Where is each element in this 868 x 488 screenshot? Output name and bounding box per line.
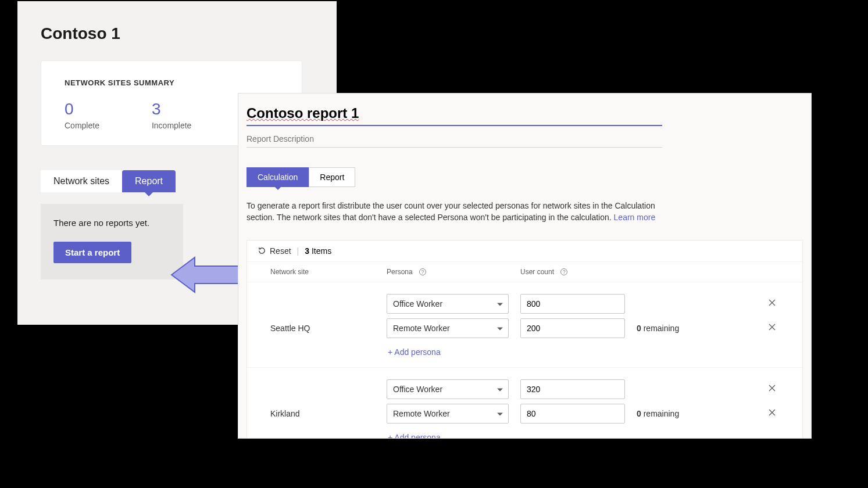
- col-network-site: Network site: [270, 268, 387, 276]
- close-icon: [768, 299, 776, 307]
- tab-report[interactable]: Report: [122, 170, 176, 192]
- page-title: Contoso 1: [41, 24, 325, 43]
- info-icon[interactable]: ?: [560, 268, 567, 275]
- persona-row: Seattle HQ0 remaining: [247, 316, 802, 340]
- toolbar-divider: |: [297, 246, 299, 256]
- report-detail-panel: Calculation Report To generate a report …: [238, 93, 812, 439]
- tab-network-sites[interactable]: Network sites: [41, 170, 122, 192]
- add-persona-row: + Add persona: [247, 426, 802, 439]
- persona-select[interactable]: [387, 294, 509, 314]
- incomplete-label: Incomplete: [152, 121, 191, 130]
- calculation-info-text: To generate a report first distribute th…: [247, 200, 677, 224]
- no-reports-text: There are no reports yet.: [53, 218, 170, 228]
- add-persona-button[interactable]: + Add persona: [387, 433, 520, 439]
- stat-complete: 0 Complete: [65, 101, 99, 130]
- report-empty-pane: There are no reports yet. Start a report: [41, 204, 183, 279]
- col-persona: Persona ?: [387, 268, 520, 276]
- persona-row: Kirkland0 remaining: [247, 401, 802, 426]
- complete-count: 0: [65, 101, 99, 117]
- persona-select[interactable]: [387, 404, 509, 424]
- close-icon: [768, 323, 776, 331]
- info-icon[interactable]: ?: [419, 268, 426, 275]
- table-toolbar: Reset | 3 Items: [247, 241, 802, 262]
- table-header-row: Network site Persona ? User count ?: [247, 262, 802, 282]
- user-count-input[interactable]: [520, 294, 625, 314]
- remove-row-button[interactable]: [768, 323, 776, 333]
- site-group: Kirkland0 remaining+ Add persona: [247, 368, 802, 439]
- col-user-count: User count ?: [520, 268, 637, 276]
- items-count: 3 Items: [305, 246, 331, 256]
- learn-more-link[interactable]: Learn more: [614, 213, 656, 222]
- add-persona-row: + Add persona: [247, 340, 802, 359]
- site-group: Seattle HQ0 remaining+ Add persona: [247, 282, 802, 368]
- remaining-text: 0 remaining: [637, 409, 741, 418]
- persona-select[interactable]: [387, 379, 509, 399]
- site-name: Kirkland: [270, 409, 387, 418]
- close-icon: [768, 384, 776, 392]
- summary-heading: NETWORK SITES SUMMARY: [65, 78, 278, 87]
- complete-label: Complete: [65, 121, 99, 130]
- tab-report-view[interactable]: Report: [309, 167, 355, 187]
- add-persona-button[interactable]: + Add persona: [387, 347, 520, 357]
- start-report-button[interactable]: Start a report: [53, 242, 131, 263]
- report-name-input[interactable]: [247, 104, 662, 126]
- user-count-input[interactable]: [520, 318, 625, 338]
- remove-row-button[interactable]: [768, 299, 776, 308]
- reset-icon: [258, 246, 266, 255]
- user-count-input[interactable]: [520, 379, 625, 399]
- calculation-table: Reset | 3 Items Network site Persona ? U…: [247, 240, 803, 439]
- remove-row-button[interactable]: [768, 384, 776, 394]
- remaining-text: 0 remaining: [637, 324, 741, 333]
- report-description-input[interactable]: [247, 126, 662, 148]
- user-count-input[interactable]: [520, 404, 625, 424]
- remove-row-button[interactable]: [768, 408, 776, 418]
- report-tabs: Calculation Report: [247, 167, 803, 187]
- site-name: Seattle HQ: [270, 324, 387, 333]
- persona-row: [247, 292, 802, 316]
- stat-incomplete: 3 Incomplete: [152, 101, 191, 130]
- close-icon: [768, 408, 776, 417]
- reset-button[interactable]: Reset: [258, 246, 291, 256]
- tab-calculation[interactable]: Calculation: [247, 167, 309, 187]
- persona-select[interactable]: [387, 318, 509, 338]
- persona-row: [247, 377, 802, 401]
- incomplete-count: 3: [152, 101, 191, 117]
